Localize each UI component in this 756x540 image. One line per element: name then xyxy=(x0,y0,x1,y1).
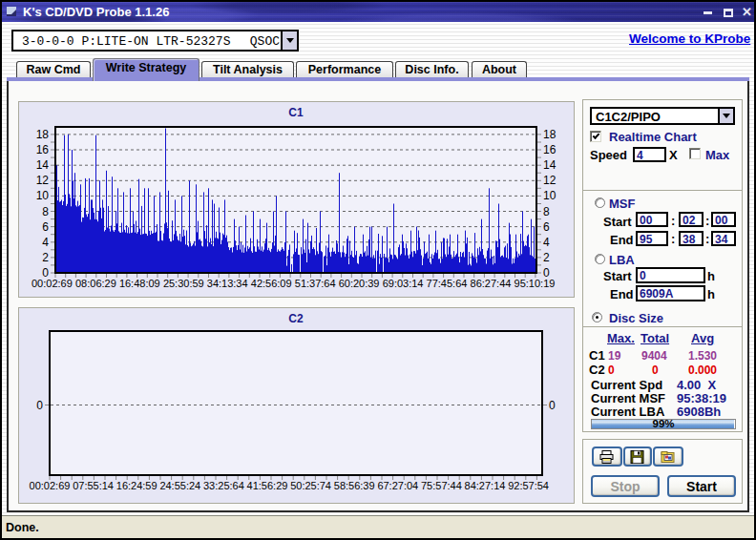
svg-text:75:57:44: 75:57:44 xyxy=(421,480,462,491)
svg-text:2: 2 xyxy=(42,251,49,264)
svg-text:6: 6 xyxy=(543,220,550,234)
svg-text:8: 8 xyxy=(543,205,550,218)
svg-text:16: 16 xyxy=(36,143,50,156)
svg-text:12: 12 xyxy=(543,174,556,187)
svg-text:60:20:39: 60:20:39 xyxy=(339,278,380,289)
svg-text:4: 4 xyxy=(42,236,49,249)
svg-text:42:56:09: 42:56:09 xyxy=(251,278,292,289)
svg-text:25:30:59: 25:30:59 xyxy=(163,278,204,289)
svg-text:00:02:69: 00:02:69 xyxy=(30,480,71,491)
svg-text:14: 14 xyxy=(543,158,556,172)
svg-text:51:37:64: 51:37:64 xyxy=(295,278,336,289)
svg-text:0: 0 xyxy=(549,399,556,412)
svg-text:C1: C1 xyxy=(288,106,304,119)
svg-text:24:55:24: 24:55:24 xyxy=(159,480,200,491)
svg-text:12: 12 xyxy=(36,174,50,187)
svg-text:18: 18 xyxy=(36,128,50,141)
svg-text:14: 14 xyxy=(36,158,50,172)
svg-text:07:55:14: 07:55:14 xyxy=(73,480,114,491)
svg-text:16: 16 xyxy=(543,143,556,156)
svg-text:95:10:19: 95:10:19 xyxy=(514,278,556,289)
svg-text:2: 2 xyxy=(543,251,550,264)
svg-text:67:27:04: 67:27:04 xyxy=(377,480,418,491)
svg-text:8: 8 xyxy=(42,205,49,218)
svg-text:92:57:54: 92:57:54 xyxy=(508,480,549,491)
svg-text:33:25:64: 33:25:64 xyxy=(203,480,244,491)
svg-text:84:27:14: 84:27:14 xyxy=(465,480,506,491)
svg-text:16:24:59: 16:24:59 xyxy=(116,480,158,491)
svg-text:6: 6 xyxy=(42,220,49,234)
svg-text:41:56:29: 41:56:29 xyxy=(247,480,288,491)
svg-text:86:27:44: 86:27:44 xyxy=(471,278,512,289)
svg-text:10: 10 xyxy=(543,189,556,202)
svg-text:10: 10 xyxy=(36,189,50,202)
svg-text:08:06:29: 08:06:29 xyxy=(75,278,116,289)
svg-text:69:03:14: 69:03:14 xyxy=(383,278,424,289)
svg-text:0: 0 xyxy=(36,399,43,412)
svg-text:C2: C2 xyxy=(288,312,304,325)
svg-text:58:56:39: 58:56:39 xyxy=(334,480,375,491)
svg-text:34:13:34: 34:13:34 xyxy=(207,278,248,289)
svg-text:18: 18 xyxy=(543,128,556,141)
svg-text:4: 4 xyxy=(543,236,550,249)
svg-text:77:45:64: 77:45:64 xyxy=(427,278,468,289)
svg-text:16:48:09: 16:48:09 xyxy=(119,278,160,289)
svg-text:50:25:74: 50:25:74 xyxy=(290,480,331,491)
svg-text:00:02:69: 00:02:69 xyxy=(32,278,73,289)
